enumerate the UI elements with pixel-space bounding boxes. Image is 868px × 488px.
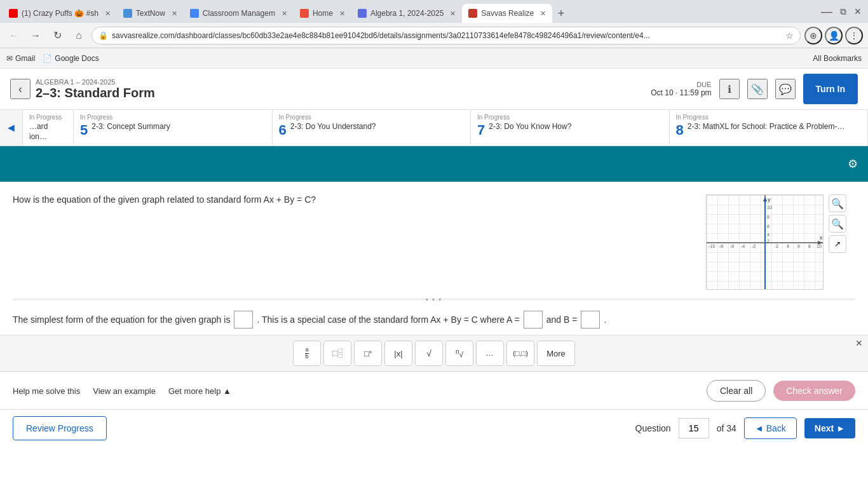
google-docs-icon: 📄 xyxy=(43,54,52,63)
menu-btn[interactable]: ⋮ xyxy=(845,27,863,44)
svg-text:-6: -6 xyxy=(730,244,734,248)
tab-close-classroom[interactable]: ✕ xyxy=(281,10,287,18)
bookmark-google-docs[interactable]: 📄 Google Docs xyxy=(43,54,98,63)
bottom-bar: Review Progress Question of 34 ◄ Back Ne… xyxy=(0,409,868,447)
svg-text:-8: -8 xyxy=(719,244,723,248)
savvas-favicon xyxy=(468,9,477,18)
divider-handle: • • • xyxy=(426,296,442,303)
answer-box-3[interactable] xyxy=(581,311,600,329)
question-text: How is the equation of the given graph r… xyxy=(13,194,693,205)
tab-youtube[interactable]: (1) Crazy Puffs 🎃 #sh ✕ xyxy=(3,4,117,23)
section-tab-7[interactable]: In Progress 7 2-3: Do You Know How? xyxy=(471,110,670,146)
extension-btn[interactable]: ⊕ xyxy=(804,27,822,44)
app-header: ‹ ALGEBRA 1 – 2024-2025 2–3: Standard Fo… xyxy=(0,69,868,110)
info-button[interactable]: ℹ xyxy=(719,79,740,99)
tab-classroom[interactable]: Classroom Managem ✕ xyxy=(184,4,294,23)
question-number-input[interactable] xyxy=(679,418,709,438)
nav-actions: ⊕ 👤 ⋮ xyxy=(804,27,863,44)
question-label: Question xyxy=(635,423,671,433)
due-date: Oct 10 · 11:59 pm xyxy=(651,88,711,97)
turn-in-button[interactable]: Turn In xyxy=(803,74,858,104)
nth-root-btn[interactable]: n√ xyxy=(445,341,473,366)
fraction-btn[interactable]: a b xyxy=(293,341,321,366)
answer-mid: . This is a special case of the standard… xyxy=(257,315,519,325)
svg-text:x: x xyxy=(820,234,823,241)
section-tab-5[interactable]: In Progress 5 2-3: Concept Summary xyxy=(74,110,273,146)
answer-box-1[interactable] xyxy=(234,311,253,329)
review-progress-button[interactable]: Review Progress xyxy=(13,416,107,440)
prev-section-button[interactable]: ◄ xyxy=(0,110,23,146)
section-tab-8[interactable]: In Progress 8 2-3: MathXL for School: Pr… xyxy=(670,110,869,146)
sqrt-btn[interactable]: √ xyxy=(415,341,443,366)
view-example-link[interactable]: View an example xyxy=(93,386,156,396)
close-window-icon[interactable]: ✕ xyxy=(854,6,862,17)
tab-close-home[interactable]: ✕ xyxy=(339,10,345,18)
svg-text:4: 4 xyxy=(787,244,789,248)
toolbar-close-button[interactable]: ✕ xyxy=(855,338,863,348)
more-button[interactable]: More xyxy=(537,341,575,366)
help-me-solve-link[interactable]: Help me solve this xyxy=(13,386,80,396)
back-arrow-icon: ◄ xyxy=(755,423,764,433)
next-nav-button[interactable]: Next ► xyxy=(804,418,855,438)
mixed-fraction-btn[interactable]: ⬚⬚⬚ xyxy=(323,341,351,366)
answer-box-2[interactable] xyxy=(524,311,543,329)
svg-text:2: 2 xyxy=(767,239,770,243)
help-actions: Clear all Check answer xyxy=(707,380,855,402)
tab-close-youtube[interactable]: ✕ xyxy=(105,10,111,18)
svg-text:-10: -10 xyxy=(709,244,715,248)
profile-btn[interactable]: 👤 xyxy=(825,27,843,44)
tab-close-textnow[interactable]: ✕ xyxy=(172,10,177,18)
bookmarks-bar: ✉ Gmail 📄 Google Docs All Bookmarks xyxy=(0,48,868,69)
svg-text:2: 2 xyxy=(776,244,778,248)
divider[interactable]: • • • xyxy=(13,298,855,301)
home-button[interactable]: ⌂ xyxy=(70,27,88,44)
tab-home[interactable]: Home ✕ xyxy=(294,4,351,23)
main-area: ⚙ How is the equation of the given graph… xyxy=(0,146,868,447)
reload-button[interactable]: ↻ xyxy=(48,27,66,44)
tab-close-savvas[interactable]: ✕ xyxy=(540,10,546,18)
back-button[interactable]: ← xyxy=(5,27,23,44)
external-link-button[interactable]: ↗ xyxy=(829,235,846,253)
answer-period: . xyxy=(604,315,606,325)
left-arrow-icon: ◄ xyxy=(6,121,17,135)
check-answer-button[interactable]: Check answer xyxy=(773,381,855,401)
bookmark-gmail[interactable]: ✉ Gmail xyxy=(6,54,35,63)
star-icon[interactable]: ☆ xyxy=(785,30,794,41)
new-tab-button[interactable]: + xyxy=(552,4,570,22)
settings-icon[interactable]: ⚙ xyxy=(848,157,858,171)
math-toolbar: ✕ a b ⬚⬚⬚ □x |x| √ n√ … xyxy=(0,335,868,372)
url-text: savvasrealize.com/dashboard/classes/bc60… xyxy=(112,31,782,40)
restore-icon[interactable]: ⧉ xyxy=(840,6,846,17)
back-button[interactable]: ‹ xyxy=(10,79,31,99)
header-title: 2–3: Standard Form xyxy=(36,86,651,100)
comment-button[interactable]: 💬 xyxy=(775,79,796,99)
clear-all-button[interactable]: Clear all xyxy=(707,380,766,402)
youtube-favicon xyxy=(9,9,18,18)
header-title-area: ALGEBRA 1 – 2024-2025 2–3: Standard Form xyxy=(31,78,651,100)
point-btn[interactable]: (□,□) xyxy=(506,341,534,366)
tab-savvas[interactable]: Savvas Realize ✕ xyxy=(462,4,552,23)
zoom-in-button[interactable]: 🔍 xyxy=(829,194,846,212)
dots-btn[interactable]: … xyxy=(476,341,504,366)
superscript-btn[interactable]: □x xyxy=(354,341,382,366)
attachment-button[interactable]: 📎 xyxy=(747,79,768,99)
tab-algebra[interactable]: Algebra 1, 2024-2025 ✕ xyxy=(351,4,462,23)
back-nav-button[interactable]: ◄ Back xyxy=(744,417,797,439)
absolute-value-btn[interactable]: |x| xyxy=(384,341,412,366)
section-tab-6[interactable]: In Progress 6 2-3: Do You Understand? xyxy=(273,110,471,146)
answer-and-b: and B = xyxy=(546,315,578,325)
get-more-help-button[interactable]: Get more help ▲ xyxy=(168,386,231,396)
forward-button[interactable]: → xyxy=(27,27,44,44)
minimize-icon[interactable]: — xyxy=(821,5,832,18)
graph-container: y x 10 8 6 4 2 -10 -8 -6 -4 -2 xyxy=(706,194,824,292)
nav-bar: ← → ↻ ⌂ 🔒 savvasrealize.com/dashboard/cl… xyxy=(0,23,868,48)
tab-close-algebra[interactable]: ✕ xyxy=(450,10,456,18)
question-header-bar: ⚙ xyxy=(0,146,868,182)
address-bar[interactable]: 🔒 savvasrealize.com/dashboard/classes/bc… xyxy=(92,27,801,44)
window-controls: — ⧉ ✕ xyxy=(821,5,865,18)
lock-icon: 🔒 xyxy=(98,31,108,40)
all-bookmarks-button[interactable]: All Bookmarks xyxy=(813,54,862,63)
tab-textnow[interactable]: TextNow ✕ xyxy=(117,4,184,23)
zoom-out-button[interactable]: 🔍 xyxy=(829,215,846,233)
section-tab-4[interactable]: In Progress …ard ion… xyxy=(23,110,74,146)
